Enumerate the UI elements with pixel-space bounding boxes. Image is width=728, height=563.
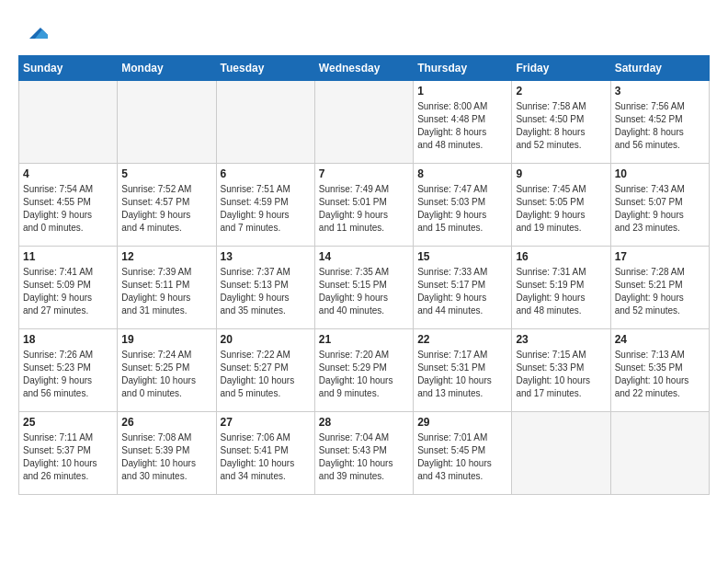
day-info: Sunrise: 7:24 AM Sunset: 5:25 PM Dayligh… <box>121 349 211 400</box>
day-info: Sunrise: 7:45 AM Sunset: 5:05 PM Dayligh… <box>516 183 606 235</box>
calendar-header-row: SundayMondayTuesdayWednesdayThursdayFrid… <box>19 56 710 81</box>
day-number: 17 <box>615 250 705 263</box>
table-row: 6Sunrise: 7:51 AM Sunset: 4:59 PM Daylig… <box>216 164 314 247</box>
table-row: 14Sunrise: 7:35 AM Sunset: 5:15 PM Dayli… <box>314 247 413 329</box>
logo-icon <box>22 18 50 46</box>
day-info: Sunrise: 7:20 AM Sunset: 5:29 PM Dayligh… <box>319 349 409 400</box>
table-row <box>216 81 314 164</box>
day-number: 24 <box>615 333 705 346</box>
day-number: 15 <box>417 250 507 263</box>
table-row: 18Sunrise: 7:26 AM Sunset: 5:23 PM Dayli… <box>19 329 118 412</box>
day-info: Sunrise: 7:04 AM Sunset: 5:43 PM Dayligh… <box>319 431 409 483</box>
table-row: 23Sunrise: 7:15 AM Sunset: 5:33 PM Dayli… <box>512 329 610 412</box>
table-row: 3Sunrise: 7:56 AM Sunset: 4:52 PM Daylig… <box>610 81 709 164</box>
day-number: 27 <box>221 416 311 429</box>
table-row: 28Sunrise: 7:04 AM Sunset: 5:43 PM Dayli… <box>314 412 413 495</box>
calendar-header-sunday: Sunday <box>19 56 118 81</box>
table-row: 22Sunrise: 7:17 AM Sunset: 5:31 PM Dayli… <box>414 329 512 412</box>
calendar-header-tuesday: Tuesday <box>216 56 314 81</box>
table-row: 4Sunrise: 7:54 AM Sunset: 4:55 PM Daylig… <box>19 164 118 247</box>
table-row: 16Sunrise: 7:31 AM Sunset: 5:19 PM Dayli… <box>512 247 610 329</box>
table-row: 17Sunrise: 7:28 AM Sunset: 5:21 PM Dayli… <box>610 247 709 329</box>
table-row: 27Sunrise: 7:06 AM Sunset: 5:41 PM Dayli… <box>216 412 314 495</box>
day-info: Sunrise: 7:35 AM Sunset: 5:15 PM Dayligh… <box>319 266 409 317</box>
calendar-week-row-1: 1Sunrise: 8:00 AM Sunset: 4:48 PM Daylig… <box>19 81 710 164</box>
day-info: Sunrise: 7:39 AM Sunset: 5:11 PM Dayligh… <box>121 266 211 317</box>
calendar-table: SundayMondayTuesdayWednesdayThursdayFrid… <box>18 55 710 495</box>
day-number: 1 <box>417 85 507 98</box>
day-number: 11 <box>23 250 113 263</box>
day-number: 23 <box>516 333 606 346</box>
day-info: Sunrise: 7:08 AM Sunset: 5:39 PM Dayligh… <box>121 431 211 483</box>
page-header <box>18 18 710 46</box>
day-info: Sunrise: 7:06 AM Sunset: 5:41 PM Dayligh… <box>221 431 311 483</box>
day-number: 22 <box>417 333 507 346</box>
table-row: 2Sunrise: 7:58 AM Sunset: 4:50 PM Daylig… <box>512 81 610 164</box>
table-row: 24Sunrise: 7:13 AM Sunset: 5:35 PM Dayli… <box>610 329 709 412</box>
day-number: 21 <box>319 333 409 346</box>
day-number: 6 <box>221 167 311 180</box>
day-info: Sunrise: 7:54 AM Sunset: 4:55 PM Dayligh… <box>23 183 113 235</box>
day-number: 10 <box>615 167 705 180</box>
calendar-week-row-4: 18Sunrise: 7:26 AM Sunset: 5:23 PM Dayli… <box>19 329 710 412</box>
day-info: Sunrise: 7:56 AM Sunset: 4:52 PM Dayligh… <box>615 100 705 152</box>
day-number: 25 <box>23 416 113 429</box>
day-number: 2 <box>516 85 606 98</box>
day-number: 29 <box>417 416 507 429</box>
day-info: Sunrise: 7:37 AM Sunset: 5:13 PM Dayligh… <box>221 266 311 317</box>
day-number: 12 <box>121 250 211 263</box>
calendar-header-saturday: Saturday <box>610 56 709 81</box>
day-number: 28 <box>319 416 409 429</box>
day-info: Sunrise: 7:11 AM Sunset: 5:37 PM Dayligh… <box>23 431 113 483</box>
table-row: 8Sunrise: 7:47 AM Sunset: 5:03 PM Daylig… <box>414 164 512 247</box>
day-info: Sunrise: 7:51 AM Sunset: 4:59 PM Dayligh… <box>221 183 311 235</box>
day-info: Sunrise: 7:15 AM Sunset: 5:33 PM Dayligh… <box>516 349 606 400</box>
table-row: 12Sunrise: 7:39 AM Sunset: 5:11 PM Dayli… <box>118 247 216 329</box>
calendar-week-row-3: 11Sunrise: 7:41 AM Sunset: 5:09 PM Dayli… <box>19 247 710 329</box>
day-number: 19 <box>121 333 211 346</box>
calendar-header-friday: Friday <box>512 56 610 81</box>
day-number: 16 <box>516 250 606 263</box>
table-row: 13Sunrise: 7:37 AM Sunset: 5:13 PM Dayli… <box>216 247 314 329</box>
day-number: 5 <box>121 167 211 180</box>
table-row <box>118 81 216 164</box>
day-info: Sunrise: 7:13 AM Sunset: 5:35 PM Dayligh… <box>615 349 705 400</box>
logo <box>18 18 50 46</box>
table-row: 1Sunrise: 8:00 AM Sunset: 4:48 PM Daylig… <box>414 81 512 164</box>
table-row <box>19 81 118 164</box>
table-row: 15Sunrise: 7:33 AM Sunset: 5:17 PM Dayli… <box>414 247 512 329</box>
day-number: 3 <box>615 85 705 98</box>
day-info: Sunrise: 7:58 AM Sunset: 4:50 PM Dayligh… <box>516 100 606 152</box>
table-row: 10Sunrise: 7:43 AM Sunset: 5:07 PM Dayli… <box>610 164 709 247</box>
table-row: 5Sunrise: 7:52 AM Sunset: 4:57 PM Daylig… <box>118 164 216 247</box>
day-number: 9 <box>516 167 606 180</box>
day-info: Sunrise: 7:28 AM Sunset: 5:21 PM Dayligh… <box>615 266 705 317</box>
table-row: 29Sunrise: 7:01 AM Sunset: 5:45 PM Dayli… <box>414 412 512 495</box>
day-info: Sunrise: 7:01 AM Sunset: 5:45 PM Dayligh… <box>417 431 507 483</box>
day-info: Sunrise: 7:17 AM Sunset: 5:31 PM Dayligh… <box>417 349 507 400</box>
table-row: 9Sunrise: 7:45 AM Sunset: 5:05 PM Daylig… <box>512 164 610 247</box>
table-row: 7Sunrise: 7:49 AM Sunset: 5:01 PM Daylig… <box>314 164 413 247</box>
calendar-header-monday: Monday <box>118 56 216 81</box>
table-row <box>512 412 610 495</box>
day-info: Sunrise: 7:41 AM Sunset: 5:09 PM Dayligh… <box>23 266 113 317</box>
day-info: Sunrise: 7:33 AM Sunset: 5:17 PM Dayligh… <box>417 266 507 317</box>
day-info: Sunrise: 7:52 AM Sunset: 4:57 PM Dayligh… <box>121 183 211 235</box>
day-number: 26 <box>121 416 211 429</box>
day-info: Sunrise: 8:00 AM Sunset: 4:48 PM Dayligh… <box>417 100 507 152</box>
day-info: Sunrise: 7:49 AM Sunset: 5:01 PM Dayligh… <box>319 183 409 235</box>
day-number: 14 <box>319 250 409 263</box>
calendar-week-row-2: 4Sunrise: 7:54 AM Sunset: 4:55 PM Daylig… <box>19 164 710 247</box>
day-number: 7 <box>319 167 409 180</box>
day-info: Sunrise: 7:43 AM Sunset: 5:07 PM Dayligh… <box>615 183 705 235</box>
day-info: Sunrise: 7:31 AM Sunset: 5:19 PM Dayligh… <box>516 266 606 317</box>
day-info: Sunrise: 7:47 AM Sunset: 5:03 PM Dayligh… <box>417 183 507 235</box>
day-number: 18 <box>23 333 113 346</box>
table-row: 11Sunrise: 7:41 AM Sunset: 5:09 PM Dayli… <box>19 247 118 329</box>
day-number: 20 <box>221 333 311 346</box>
day-info: Sunrise: 7:26 AM Sunset: 5:23 PM Dayligh… <box>23 349 113 400</box>
table-row: 19Sunrise: 7:24 AM Sunset: 5:25 PM Dayli… <box>118 329 216 412</box>
table-row <box>610 412 709 495</box>
calendar-header-thursday: Thursday <box>414 56 512 81</box>
day-number: 4 <box>23 167 113 180</box>
